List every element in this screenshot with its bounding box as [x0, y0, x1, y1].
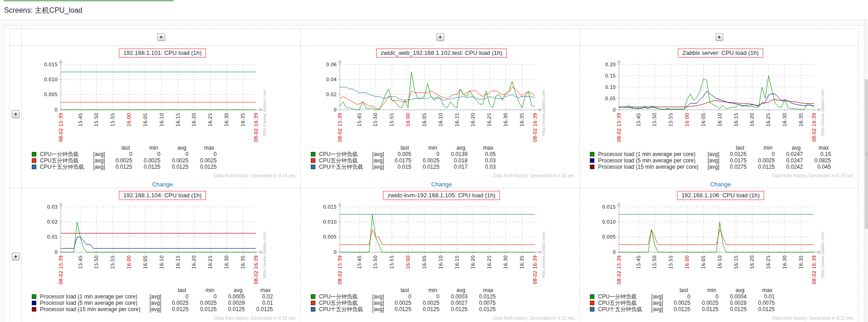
svg-text:0.005: 0.005 — [44, 92, 58, 97]
svg-text:16:05: 16:05 — [142, 113, 148, 127]
svg-text:15:50: 15:50 — [93, 113, 99, 127]
grid-column-header-2: + — [300, 28, 579, 45]
svg-text:16:35: 16:35 — [519, 113, 525, 127]
svg-text:16:05: 16:05 — [422, 113, 427, 127]
graph-title: zwidc_web_192.168.1.102.test: CPU load (… — [376, 49, 507, 58]
svg-text:16:35: 16:35 — [798, 255, 804, 269]
legend-swatch — [590, 152, 594, 156]
svg-text:08-02 16:39: 08-02 16:39 — [811, 255, 817, 284]
svg-text:0.06: 0.06 — [326, 62, 337, 67]
svg-text:16:20: 16:20 — [470, 113, 476, 127]
svg-text:15:45: 15:45 — [78, 255, 83, 269]
grid-corner-cell — [10, 28, 21, 45]
legend-table: lastminavgmaxProcessor load (1 min avera… — [589, 145, 833, 170]
svg-text:16:05: 16:05 — [701, 255, 706, 269]
change-link[interactable]: Change — [431, 181, 452, 188]
legend-swatch — [590, 158, 594, 163]
page-title: Screens: 主机CPU_load — [0, 6, 83, 15]
legend-row: CPU五分钟负载[avg]0.01750.00250.0180.03 — [310, 157, 497, 164]
zabbix-watermark: http://www.zabbix.com — [541, 89, 546, 136]
svg-text:0: 0 — [333, 107, 337, 112]
svg-text:0.010: 0.010 — [44, 77, 58, 82]
legend-row: CPU十五分钟负载[avg]0.0150.01250.0170.03 — [310, 164, 497, 170]
svg-text:0: 0 — [613, 249, 616, 255]
svg-text:16:20: 16:20 — [749, 113, 755, 127]
legend-row: CPU十五分钟负载[avg]0.01250.01250.01250.0125 — [31, 164, 218, 170]
graph-cell: 192.168.1.101: CPU load (1h)00.0050.0100… — [21, 45, 300, 188]
screen-panel: + + + + 192.168.1.101: CPU load (1h)00.0… — [4, 25, 864, 322]
svg-text:16:15: 16:15 — [175, 113, 181, 127]
zabbix-watermark: http://www.zabbix.com — [262, 232, 267, 278]
legend-swatch — [311, 158, 315, 163]
svg-text:15:50: 15:50 — [93, 255, 99, 269]
svg-text:16:10: 16:10 — [438, 255, 443, 269]
svg-text:16:10: 16:10 — [717, 113, 722, 127]
graph-image[interactable]: zwidc-kvm-192.168.1.105: CPU load (1h)00… — [304, 191, 579, 321]
chart-canvas: 00.0050.0100.01508-02 15:3915:4515:5015:… — [25, 59, 300, 142]
graph-image[interactable]: Zabbix server: CPU load (1h)00.050.100.1… — [583, 49, 858, 179]
svg-text:0.05: 0.05 — [605, 96, 616, 101]
legend-swatch — [32, 152, 36, 156]
svg-text:16:15: 16:15 — [175, 255, 181, 269]
legend-table: lastminavgmaxCPU一分钟负载[avg]000.00030.0125… — [310, 287, 497, 312]
chart-canvas: 00.010.020.0308-02 15:3915:4515:5015:551… — [25, 201, 300, 285]
legend-swatch — [311, 294, 315, 299]
svg-text:16:20: 16:20 — [749, 255, 755, 269]
svg-text:16:15: 16:15 — [454, 255, 460, 269]
graph-generated-note: Data from history. Generated in 0.18 sec… — [25, 316, 300, 321]
graph-cell: zwidc-kvm-192.168.1.105: CPU load (1h)00… — [300, 188, 579, 322]
legend-row: CPU五分钟负载[avg]0.00250.00250.00250.0025 — [31, 157, 218, 164]
svg-text:16:00: 16:00 — [684, 255, 690, 269]
svg-text:15:45: 15:45 — [636, 255, 641, 269]
graph-image[interactable]: zwidc_web_192.168.1.102.test: CPU load (… — [304, 49, 579, 179]
svg-text:0.015: 0.015 — [323, 204, 337, 210]
svg-text:16:00: 16:00 — [684, 113, 690, 127]
svg-text:16:05: 16:05 — [422, 255, 427, 269]
graph-image[interactable]: 192.168.1.106: CPU load (1h)00.0050.0100… — [583, 191, 858, 321]
grid-column-header-3: + — [579, 28, 858, 45]
svg-text:16:10: 16:10 — [159, 113, 164, 127]
svg-text:15:55: 15:55 — [110, 113, 115, 127]
graph-image[interactable]: 192.168.1.101: CPU load (1h)00.0050.0100… — [25, 49, 300, 179]
graph-image[interactable]: 192.168.1.104: CPU load (1h)00.010.020.0… — [25, 191, 300, 321]
svg-text:16:25: 16:25 — [207, 255, 213, 269]
add-column-button[interactable]: + — [157, 33, 165, 41]
legend-swatch — [32, 294, 36, 299]
vertical-scrollbar[interactable] — [864, 20, 868, 322]
svg-text:15:55: 15:55 — [389, 113, 394, 127]
legend-row: CPU五分钟负载[avg]0.00250.00250.00270.0075 — [310, 300, 497, 306]
legend-row: Processor load (15 min average per core)… — [589, 164, 833, 170]
svg-text:16:15: 16:15 — [733, 255, 739, 269]
svg-text:08-02 15:39: 08-02 15:39 — [58, 255, 64, 284]
svg-text:08-02 16:39: 08-02 16:39 — [532, 255, 538, 284]
svg-text:16:35: 16:35 — [240, 113, 245, 127]
graph-cell: Zabbix server: CPU load (1h)00.050.100.1… — [579, 45, 858, 188]
svg-text:16:10: 16:10 — [717, 255, 722, 269]
legend-swatch — [311, 152, 315, 156]
legend-swatch — [32, 165, 36, 169]
svg-text:16:10: 16:10 — [159, 255, 164, 269]
legend-swatch — [311, 301, 315, 305]
add-row-button[interactable]: + — [12, 253, 20, 260]
svg-text:16:10: 16:10 — [438, 113, 443, 127]
legend-row: Processor load (1 min average per core)[… — [31, 293, 275, 300]
add-column-button[interactable]: + — [436, 33, 444, 41]
add-row-button[interactable]: + — [12, 110, 20, 118]
legend-row: Processor load (15 min average per core)… — [31, 306, 275, 312]
svg-text:15:55: 15:55 — [389, 255, 394, 269]
svg-text:0.04: 0.04 — [326, 77, 337, 82]
svg-text:16:25: 16:25 — [207, 113, 213, 127]
svg-text:15:45: 15:45 — [357, 113, 362, 127]
legend-swatch — [590, 294, 594, 299]
legend-row: CPU五分钟负载[avg]0.00250.00250.00280.0075 — [589, 300, 776, 306]
change-link[interactable]: Change — [152, 181, 173, 188]
grid-column-header-1: + — [21, 28, 300, 45]
legend-swatch — [32, 307, 36, 312]
scrollbar-thumb[interactable] — [865, 79, 868, 229]
svg-text:16:30: 16:30 — [782, 113, 787, 127]
svg-text:15:55: 15:55 — [668, 113, 673, 127]
svg-text:16:25: 16:25 — [486, 113, 492, 127]
add-column-button[interactable]: + — [716, 33, 723, 41]
svg-text:08-02 15:39: 08-02 15:39 — [616, 255, 622, 284]
change-link[interactable]: Change — [710, 181, 731, 188]
